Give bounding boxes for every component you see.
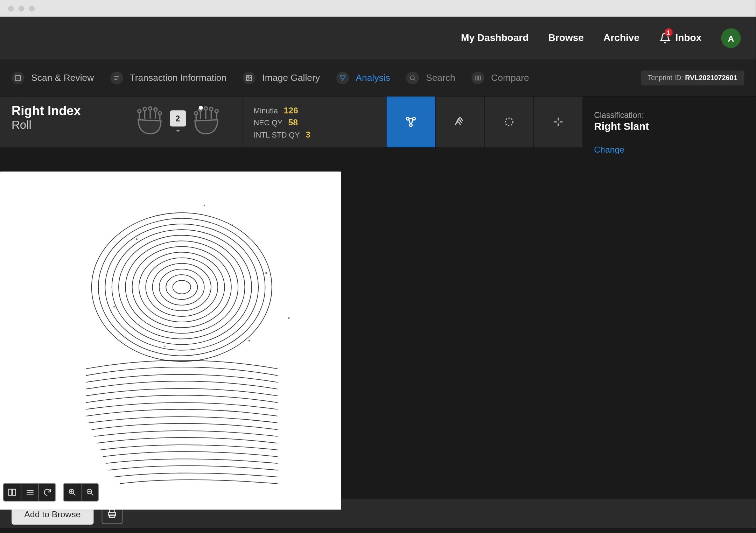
tool-tabs: [386, 97, 582, 147]
impression-count: 2: [170, 110, 186, 126]
search-icon: [406, 71, 419, 84]
classification-value: Right Slant: [594, 121, 744, 133]
region-icon: [503, 116, 515, 128]
svg-point-11: [215, 110, 218, 113]
tool-minutiae[interactable]: [386, 97, 435, 147]
analysis-icon: [336, 71, 349, 84]
zoom-in-button[interactable]: [64, 484, 81, 501]
svg-point-38: [232, 224, 233, 226]
tab-analysis[interactable]: Analysis: [336, 71, 390, 84]
tenprint-label: Tenprint ID:: [648, 74, 683, 82]
print-icon: [107, 509, 117, 519]
necqy-label: NEC QY: [254, 118, 282, 127]
svg-point-15: [194, 112, 197, 115]
grid-view-button[interactable]: [21, 484, 38, 501]
tenprint-value: RVL2021072601: [685, 74, 737, 82]
quality-stats: Minutia126 NEC QY58 INTL STD QY3: [243, 97, 386, 147]
zoom-out-icon: [85, 488, 94, 497]
inbox-label: Inbox: [675, 32, 701, 44]
tab-scan-review[interactable]: Scan & Review: [12, 71, 94, 84]
tab-search[interactable]: Search: [406, 71, 455, 84]
change-classification-link[interactable]: Change: [594, 145, 624, 154]
tab-transaction-label: Transaction Information: [130, 72, 227, 83]
ridges-icon: [454, 115, 466, 128]
tab-search-label: Search: [426, 72, 455, 83]
svg-point-41: [288, 317, 290, 319]
refresh-button[interactable]: [38, 484, 56, 501]
necqy-value: 58: [288, 117, 298, 127]
refresh-icon: [42, 488, 51, 497]
split-icon: [7, 488, 16, 497]
inbox-badge: 1: [664, 28, 672, 36]
tabs-bar: Scan & Review Transaction Information Im…: [0, 59, 756, 97]
split-view-button[interactable]: [4, 484, 21, 501]
svg-point-39: [265, 272, 267, 274]
bell-icon: 1: [659, 32, 671, 44]
zoom-in-icon: [68, 488, 77, 497]
tab-gallery[interactable]: Image Gallery: [243, 71, 320, 84]
minutia-value: 126: [284, 105, 298, 115]
gallery-icon: [243, 71, 255, 84]
chevron-down-icon: [174, 128, 182, 134]
left-hand-icon[interactable]: [133, 106, 165, 138]
svg-point-44: [248, 340, 250, 342]
minutiae-icon: [405, 115, 417, 128]
svg-point-12: [209, 107, 212, 111]
nav-archive[interactable]: Archive: [603, 32, 639, 44]
svg-point-6: [138, 110, 141, 113]
crosshair-icon: [552, 116, 564, 128]
classification-label: Classification:: [594, 110, 744, 119]
intlqy-value: 3: [306, 129, 310, 139]
top-nav: My Dashboard Browse Archive 1 Inbox A: [0, 17, 756, 59]
hand-active-dot: [198, 106, 203, 110]
minutia-label: Minutia: [254, 106, 278, 115]
classification-panel: Classification: Right Slant Change: [582, 97, 756, 168]
capture-type: Roll: [12, 118, 101, 132]
svg-point-9: [154, 108, 157, 111]
svg-point-2: [247, 76, 248, 77]
tab-gallery-label: Image Gallery: [262, 72, 320, 83]
svg-point-3: [410, 75, 414, 79]
finger-title: Right Index Roll: [0, 97, 113, 147]
svg-point-40: [113, 306, 115, 308]
intlqy-label: INTL STD QY: [254, 130, 300, 139]
grid-icon: [25, 488, 34, 497]
zoom-group: [63, 483, 99, 502]
transaction-icon: [110, 71, 123, 84]
svg-point-10: [158, 112, 161, 115]
avatar[interactable]: A: [721, 28, 741, 48]
zoom-out-button[interactable]: [81, 484, 98, 501]
window-close-dot[interactable]: [8, 6, 14, 12]
tab-transaction[interactable]: Transaction Information: [110, 71, 227, 84]
compare-icon: [471, 71, 484, 84]
window-max-dot[interactable]: [29, 6, 35, 12]
svg-point-19: [505, 118, 513, 126]
finger-name: Right Index: [12, 104, 101, 119]
svg-rect-4: [475, 76, 477, 80]
svg-rect-46: [13, 489, 16, 496]
impression-counter[interactable]: 2: [170, 110, 186, 133]
hands-selector: 2: [113, 97, 243, 147]
tool-center[interactable]: [533, 97, 582, 147]
fingerprint-image[interactable]: [0, 171, 341, 510]
tab-compare[interactable]: Compare: [471, 71, 529, 84]
right-hand-icon[interactable]: [190, 106, 223, 138]
svg-rect-45: [9, 489, 12, 496]
canvas-area: [0, 168, 113, 510]
tool-ridges[interactable]: [435, 97, 484, 147]
window-chrome: [0, 0, 756, 17]
window-min-dot[interactable]: [19, 6, 24, 12]
tool-region[interactable]: [484, 97, 533, 147]
scan-icon: [12, 71, 24, 84]
svg-point-7: [143, 107, 146, 111]
nav-browse[interactable]: Browse: [548, 32, 584, 44]
svg-point-37: [136, 238, 138, 240]
svg-point-42: [164, 346, 166, 347]
nav-dashboard[interactable]: My Dashboard: [461, 32, 528, 44]
svg-rect-5: [478, 76, 481, 80]
svg-point-43: [204, 205, 205, 206]
tenprint-id: Tenprint ID: RVL2021072601: [641, 70, 744, 85]
nav-inbox[interactable]: 1 Inbox: [659, 32, 701, 44]
tab-compare-label: Compare: [491, 72, 529, 83]
svg-point-8: [148, 107, 152, 110]
